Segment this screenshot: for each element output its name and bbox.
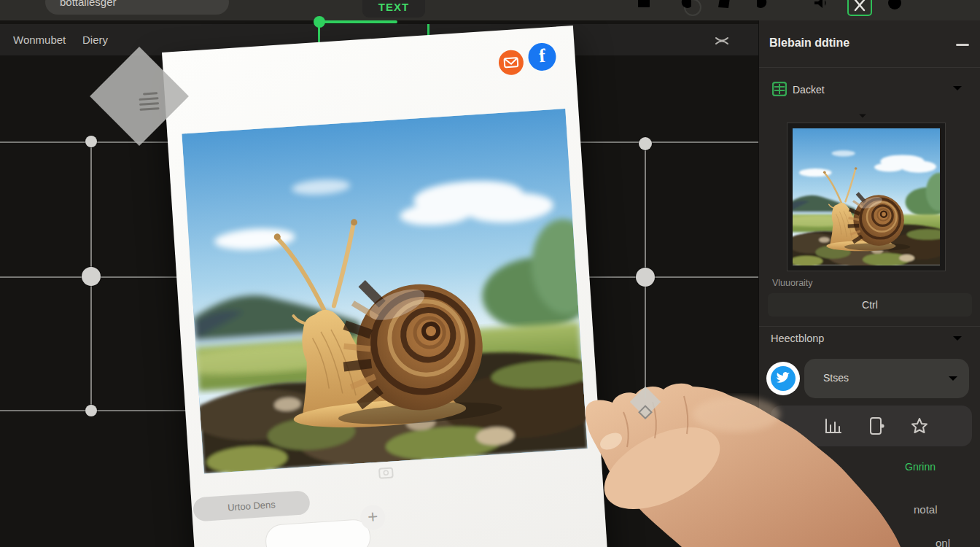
collapse-panel-icon[interactable] <box>956 44 969 46</box>
polaroid-card[interactable]: f Urtoo Dens + <box>162 26 610 547</box>
visibility-label: Vluuoraity <box>772 278 813 288</box>
volume-icon[interactable] <box>811 0 830 12</box>
chevron-down-icon[interactable] <box>952 85 963 92</box>
text-tool-underline <box>319 20 397 23</box>
x-tool-icon <box>849 0 871 15</box>
layer-thumbnail[interactable] <box>787 123 946 271</box>
chevron-down-icon[interactable] <box>952 335 963 342</box>
caption-text: Urtoo Dens <box>228 499 276 513</box>
docket-table-icon <box>772 82 787 96</box>
collapse-canvas-icon[interactable] <box>715 35 729 46</box>
selection-handle[interactable] <box>636 268 655 287</box>
headline-label[interactable]: Heectblonp <box>771 333 824 344</box>
selection-handle[interactable] <box>639 137 652 150</box>
add-icon[interactable] <box>598 0 617 12</box>
panel-title: Blebain ddtine <box>769 36 849 50</box>
design-editor-app: Wonmubet Diery f Urtoo Dens + <box>0 0 980 547</box>
camera-icon <box>378 465 396 480</box>
selection-handle[interactable] <box>82 267 101 286</box>
snail-photo <box>182 109 587 473</box>
comment-pill[interactable] <box>265 519 372 547</box>
selection-handle[interactable] <box>85 405 97 416</box>
caption-pill[interactable]: Urtoo Dens <box>192 490 311 521</box>
docket-label[interactable]: Dacket <box>793 84 825 96</box>
text-tool-button[interactable]: TEXT <box>362 0 425 18</box>
plus-glyph: + <box>367 506 378 527</box>
cut-tool-button-active[interactable] <box>847 0 872 16</box>
hand-holding-photo <box>554 360 980 547</box>
facebook-f-glyph: f <box>538 45 546 67</box>
shape-icon[interactable] <box>715 0 734 12</box>
envelope-icon <box>498 50 524 76</box>
anchor-dot[interactable] <box>314 16 325 28</box>
facebook-badge[interactable]: f <box>527 42 556 71</box>
undo-icon[interactable] <box>678 0 697 12</box>
minimize-icon[interactable] <box>634 0 653 12</box>
canvas-menu-item[interactable]: Wonmubet <box>13 34 66 46</box>
selection-handle[interactable] <box>85 136 97 147</box>
project-name-input[interactable]: bottallesger <box>45 0 229 15</box>
chevron-down-icon[interactable] <box>858 113 868 119</box>
canvas-menu-item[interactable]: Diery <box>82 34 108 46</box>
history-icon[interactable] <box>885 0 904 12</box>
visibility-field[interactable]: Ctrl <box>768 293 972 317</box>
email-badge[interactable] <box>498 50 524 76</box>
redo-icon[interactable] <box>751 0 770 12</box>
menu-icon[interactable] <box>922 0 941 12</box>
align-tool-icon[interactable] <box>13 0 32 16</box>
